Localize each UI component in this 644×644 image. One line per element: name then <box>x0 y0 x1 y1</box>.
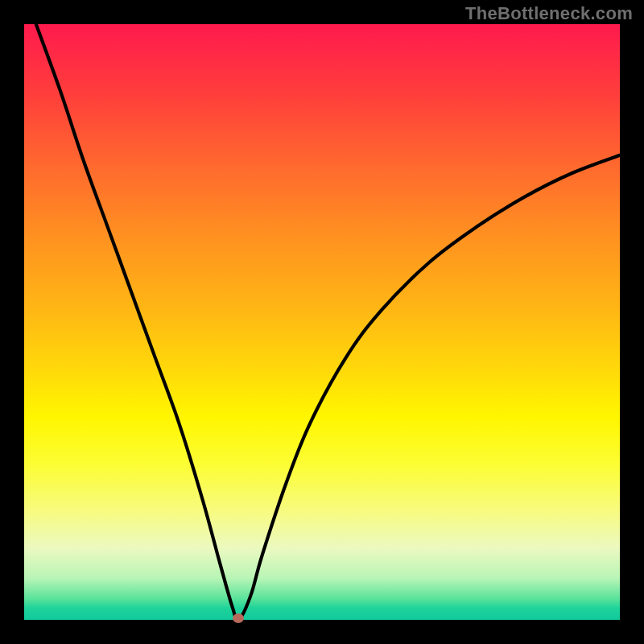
chart-frame: TheBottleneck.com <box>0 0 644 644</box>
optimal-point-marker <box>233 613 244 623</box>
watermark-text: TheBottleneck.com <box>465 3 633 24</box>
bottleneck-curve <box>24 24 620 620</box>
